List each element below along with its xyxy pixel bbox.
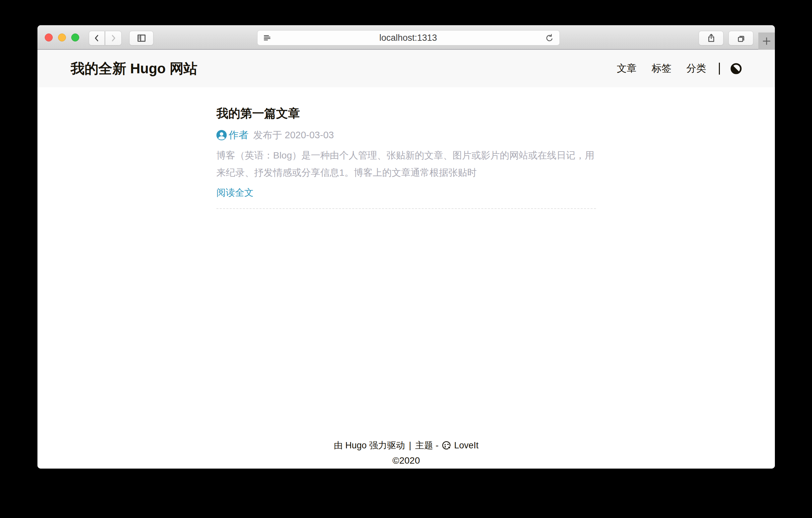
zoom-icon[interactable] [71,33,79,42]
tab-overview-icon [736,33,746,43]
close-icon[interactable] [45,33,53,42]
reload-icon[interactable] [545,33,554,43]
site-header: 我的全新 Hugo 网站 文章 标签 分类 [37,50,775,87]
tab-overview-button[interactable] [728,31,753,46]
copyright-text: ©2020 [37,455,775,466]
safari-window: localhost:1313 [37,25,775,469]
nav-item-categories[interactable]: 分类 [686,62,706,75]
window-controls [45,33,79,42]
footer-credits: 由 Hugo 强力驱动 | 主题 - LoveIt [37,439,775,451]
share-button[interactable] [699,31,724,46]
back-icon [92,33,102,43]
theme-prefix-text: 主题 - [415,439,439,451]
share-icon [706,33,716,43]
minimize-icon[interactable] [58,33,66,42]
forward-icon [109,33,118,43]
site-title-link[interactable]: 我的全新 Hugo 网站 [70,59,198,78]
sidebar-toggle-icon [136,33,147,44]
post-meta: 作者 发布于 2020-03-03 [216,128,596,142]
url-text[interactable]: localhost:1313 [271,33,545,43]
reader-view-icon[interactable] [263,33,271,42]
post-author-link[interactable]: 作者 [229,128,249,142]
back-button[interactable] [89,31,105,46]
sidebar-toggle-button[interactable] [129,31,153,46]
footer-separator: | [409,440,411,451]
powered-by-text[interactable]: 由 Hugo 强力驱动 [334,439,405,451]
kiss-wink-heart-icon [442,441,452,451]
read-more-link[interactable]: 阅读全文 [216,186,254,199]
nav-item-tags[interactable]: 标签 [651,62,671,75]
new-tab-icon [762,36,772,46]
page-content: 我的第一篇文章 作者 发布于 2020-03-03 博客（英语：Blog）是一种… [37,87,775,469]
new-tab-button[interactable] [758,32,775,50]
contrast-icon [730,63,742,74]
forward-button[interactable] [105,31,122,46]
site-nav: 文章 标签 分类 [602,62,742,75]
user-circle-icon [216,130,227,140]
nav-item-posts[interactable]: 文章 [617,62,637,75]
nav-divider [719,63,720,75]
post-divider [216,208,596,209]
post-summary-text: 博客（英语：Blog）是一种由个人管理、张贴新的文章、图片或影片的网站或在线日记… [216,146,596,181]
post-publish-date: 发布于 2020-03-03 [253,129,334,142]
theme-name-link[interactable]: LoveIt [454,440,478,451]
post-title-link[interactable]: 我的第一篇文章 [216,106,596,122]
theme-toggle-button[interactable] [730,63,742,74]
browser-toolbar: localhost:1313 [37,25,775,50]
site-footer: 由 Hugo 强力驱动 | 主题 - LoveIt ©2020 [37,439,775,469]
post-summary-card: 我的第一篇文章 作者 发布于 2020-03-03 博客（英语：Blog）是一种… [216,106,596,209]
screenshot-background: localhost:1313 [0,0,812,518]
address-bar[interactable]: localhost:1313 [257,30,560,46]
